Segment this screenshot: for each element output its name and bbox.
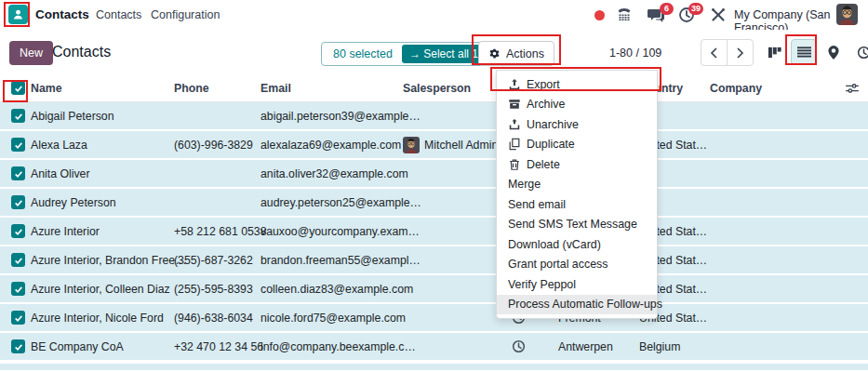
- export-icon: [508, 78, 521, 91]
- messages-badge: 6: [660, 3, 674, 15]
- menu-item-send-sms[interactable]: Send SMS Text Message: [497, 215, 657, 235]
- pager-previous-icon[interactable]: [701, 39, 728, 66]
- row-checkbox[interactable]: [11, 339, 25, 353]
- cell-phone: +32 470 12 34 56: [174, 340, 260, 353]
- recording-dot-icon: [594, 10, 605, 20]
- gear-icon: [488, 47, 501, 60]
- row-checkbox[interactable]: [11, 282, 25, 296]
- menu-item-delete[interactable]: Delete: [497, 154, 657, 175]
- app-title: Contacts: [35, 7, 89, 21]
- trash-icon: [508, 158, 521, 171]
- table-row[interactable]: Azure Interior, Colleen Diaz (255)-595-8…: [0, 275, 868, 304]
- cell-email: alexalaza69@example.com: [260, 139, 403, 152]
- table-row[interactable]: BE Company CoA +32 470 12 34 56 info@com…: [0, 333, 868, 362]
- cell-email: abigail.peterson39@example…: [260, 110, 403, 123]
- kanban-view-icon[interactable]: [761, 39, 787, 65]
- menu-item-unarchive[interactable]: Unarchive: [497, 114, 657, 135]
- cell-name: Alexa Laza: [31, 139, 174, 152]
- archive-icon: [508, 98, 521, 111]
- cell-email: info@company.beexample.c…: [260, 340, 403, 353]
- menu-item-archive[interactable]: Archive: [497, 95, 657, 115]
- voip-phone-icon[interactable]: [616, 7, 633, 23]
- row-checkbox[interactable]: [11, 311, 25, 325]
- table-row[interactable]: Anita Oliver anita.oliver32@example.com: [0, 160, 868, 189]
- menu-item-duplicate[interactable]: Duplicate: [497, 135, 657, 155]
- cell-name: Azure Interior, Colleen Diaz: [31, 283, 174, 296]
- actions-label: Actions: [506, 47, 544, 60]
- row-checkbox[interactable]: [11, 224, 25, 238]
- unarchive-icon: [508, 118, 521, 131]
- menu-item-send-email[interactable]: Send email: [497, 194, 657, 215]
- salesperson-name: Mitchell Admin: [424, 139, 498, 152]
- menu-item-export[interactable]: Export: [497, 74, 657, 95]
- activity-view-icon[interactable]: [850, 39, 868, 65]
- cell-email: anita.oliver32@example.com: [260, 167, 403, 180]
- cell-email: brandon.freeman55@exampl…: [260, 254, 403, 267]
- person-icon: [12, 8, 24, 20]
- partial-next-row: [0, 362, 868, 370]
- actions-button[interactable]: Actions: [478, 41, 554, 66]
- selected-count: 80 selected: [333, 47, 393, 60]
- cell-phone: (355)-687-3262: [174, 254, 260, 267]
- column-header-company[interactable]: Company: [710, 82, 821, 95]
- cell-email: colleen.diaz83@example.com: [260, 283, 403, 296]
- pager-next-icon[interactable]: [727, 39, 754, 66]
- pager-buttons: [701, 39, 754, 66]
- table-row[interactable]: Azure Interior, Brandon Free… (355)-687-…: [0, 246, 868, 275]
- tools-icon[interactable]: [710, 7, 727, 23]
- cell-name: Azure Interior: [31, 225, 174, 238]
- cell-name: Azure Interior, Brandon Free…: [31, 254, 174, 267]
- user-avatar[interactable]: [836, 4, 858, 25]
- activities-badge: 39: [688, 3, 703, 15]
- cell-phone: (255)-595-8393: [174, 283, 260, 296]
- view-switcher: [761, 39, 868, 65]
- salesperson-avatar: [403, 137, 420, 153]
- optional-columns-icon[interactable]: [821, 83, 868, 94]
- map-view-icon[interactable]: [821, 39, 847, 65]
- row-checkbox[interactable]: [11, 166, 25, 180]
- cell-email: vauxoo@yourcompany.exam…: [260, 225, 403, 238]
- cell-country: Belgium: [639, 340, 710, 353]
- cell-email: audrey.peterson25@example…: [260, 196, 403, 209]
- cell-name: Abigail Peterson: [31, 110, 174, 123]
- contacts-app-icon[interactable]: [8, 5, 28, 24]
- cell-name: Audrey Peterson: [31, 196, 174, 209]
- new-button[interactable]: New: [9, 41, 53, 65]
- menu-item-process-followups[interactable]: Process Automatic Follow-ups: [497, 295, 657, 315]
- column-header-name[interactable]: Name: [31, 82, 174, 95]
- contacts-list: Name Phone Email Salesperson Country Com…: [0, 74, 868, 370]
- table-row[interactable]: Azure Interior, Nicole Ford (946)-638-60…: [0, 304, 868, 333]
- cell-name: BE Company CoA: [31, 340, 174, 353]
- cell-phone: (946)-638-6034: [174, 312, 260, 325]
- menu-contacts[interactable]: Contacts: [96, 8, 141, 21]
- table-row[interactable]: Abigail Peterson abigail.peterson39@exam…: [0, 102, 868, 131]
- table-row[interactable]: Audrey Peterson audrey.peterson25@exampl…: [0, 189, 868, 218]
- row-checkbox[interactable]: [11, 109, 25, 123]
- select-all-checkbox[interactable]: [11, 81, 25, 95]
- column-header-email[interactable]: Email: [260, 82, 403, 95]
- activity-clock-icon[interactable]: [512, 339, 526, 353]
- cell-phone: +58 212 681 0538: [174, 225, 260, 238]
- breadcrumb-title: Contacts: [52, 44, 111, 60]
- column-header-phone[interactable]: Phone: [174, 82, 260, 95]
- cell-phone: (603)-996-3829: [174, 139, 260, 152]
- row-checkbox[interactable]: [11, 253, 25, 267]
- list-view-icon[interactable]: [791, 39, 817, 65]
- cell-name: Anita Oliver: [31, 167, 174, 180]
- table-row[interactable]: Alexa Laza (603)-996-3829 alexalaza69@ex…: [0, 131, 868, 160]
- menu-item-verify-peppol[interactable]: Verify Peppol: [497, 274, 657, 295]
- control-panel: New Contacts 80 selected → Select all 10…: [0, 30, 868, 73]
- menu-configuration[interactable]: Configuration: [151, 8, 220, 21]
- menu-item-grant-portal-access[interactable]: Grant portal access: [497, 255, 657, 275]
- pager-range: 1-80 / 109: [609, 46, 661, 60]
- top-navbar: Contacts Contacts Configuration 6 39 My …: [0, 0, 868, 30]
- cell-city: Antwerpen: [558, 340, 639, 353]
- cell-name: Azure Interior, Nicole Ford: [31, 312, 174, 325]
- row-checkbox[interactable]: [11, 138, 25, 152]
- row-checkbox[interactable]: [11, 195, 25, 209]
- menu-item-download-vcard[interactable]: Download (vCard): [497, 234, 657, 255]
- menu-item-merge[interactable]: Merge: [497, 175, 657, 195]
- copy-icon: [508, 138, 521, 151]
- table-row[interactable]: Azure Interior +58 212 681 0538 vauxoo@y…: [0, 218, 868, 246]
- list-header-row: Name Phone Email Salesperson Country Com…: [0, 74, 868, 102]
